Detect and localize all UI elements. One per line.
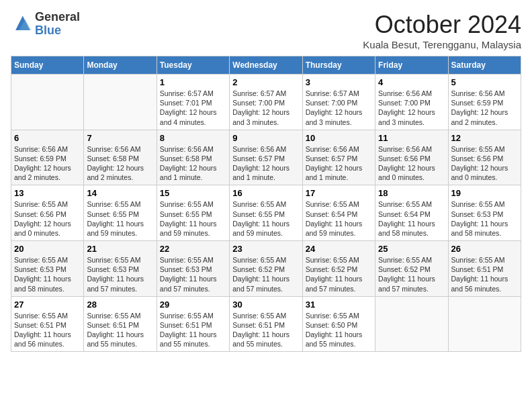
day-info: Sunrise: 6:55 AM Sunset: 6:52 PM Dayligh… — [378, 255, 445, 293]
calendar-cell: 1Sunrise: 6:57 AM Sunset: 7:01 PM Daylig… — [157, 75, 229, 130]
calendar-cell: 16Sunrise: 6:55 AM Sunset: 6:55 PM Dayli… — [230, 185, 302, 241]
calendar-cell: 13Sunrise: 6:55 AM Sunset: 6:56 PM Dayli… — [11, 185, 84, 241]
day-number: 22 — [160, 244, 226, 254]
day-header-sunday: Sunday — [11, 56, 84, 75]
day-info: Sunrise: 6:55 AM Sunset: 6:52 PM Dayligh… — [232, 255, 299, 293]
day-number: 28 — [87, 300, 153, 310]
day-number: 4 — [378, 77, 445, 87]
calendar-cell: 6Sunrise: 6:56 AM Sunset: 6:59 PM Daylig… — [11, 130, 84, 185]
calendar-cell: 23Sunrise: 6:55 AM Sunset: 6:52 PM Dayli… — [230, 241, 302, 297]
day-number: 14 — [87, 188, 153, 198]
day-info: Sunrise: 6:55 AM Sunset: 6:55 PM Dayligh… — [160, 199, 226, 238]
day-info: Sunrise: 6:55 AM Sunset: 6:55 PM Dayligh… — [87, 199, 153, 238]
day-number: 27 — [14, 300, 81, 310]
day-info: Sunrise: 6:55 AM Sunset: 6:53 PM Dayligh… — [451, 199, 518, 238]
calendar-week-row: 6Sunrise: 6:56 AM Sunset: 6:59 PM Daylig… — [11, 130, 521, 185]
calendar-table: SundayMondayTuesdayWednesdayThursdayFrid… — [11, 56, 521, 352]
calendar-week-row: 1Sunrise: 6:57 AM Sunset: 7:01 PM Daylig… — [11, 75, 521, 130]
day-number: 6 — [14, 133, 81, 143]
day-number: 2 — [232, 77, 299, 87]
calendar-cell: 12Sunrise: 6:55 AM Sunset: 6:56 PM Dayli… — [448, 130, 521, 185]
calendar-cell: 24Sunrise: 6:55 AM Sunset: 6:52 PM Dayli… — [302, 241, 375, 297]
calendar-cell: 25Sunrise: 6:55 AM Sunset: 6:52 PM Dayli… — [375, 241, 448, 297]
day-info: Sunrise: 6:55 AM Sunset: 6:54 PM Dayligh… — [306, 199, 372, 238]
day-header-friday: Friday — [375, 56, 448, 75]
day-number: 20 — [14, 244, 81, 254]
calendar-cell: 2Sunrise: 6:57 AM Sunset: 7:00 PM Daylig… — [230, 75, 302, 130]
logo: General Blue — [11, 11, 80, 38]
day-number: 7 — [87, 133, 153, 143]
calendar-cell: 28Sunrise: 6:55 AM Sunset: 6:51 PM Dayli… — [84, 296, 157, 352]
day-number: 16 — [232, 188, 299, 198]
day-number: 23 — [232, 244, 299, 254]
calendar-week-row: 27Sunrise: 6:55 AM Sunset: 6:51 PM Dayli… — [11, 296, 521, 352]
calendar-cell: 9Sunrise: 6:56 AM Sunset: 6:57 PM Daylig… — [230, 130, 302, 185]
day-info: Sunrise: 6:55 AM Sunset: 6:51 PM Dayligh… — [14, 311, 81, 349]
day-info: Sunrise: 6:55 AM Sunset: 6:55 PM Dayligh… — [232, 199, 299, 238]
day-info: Sunrise: 6:56 AM Sunset: 6:59 PM Dayligh… — [451, 89, 518, 127]
logo-blue-text: Blue — [35, 24, 61, 37]
calendar-week-row: 20Sunrise: 6:55 AM Sunset: 6:53 PM Dayli… — [11, 241, 521, 297]
calendar-cell: 17Sunrise: 6:55 AM Sunset: 6:54 PM Dayli… — [302, 185, 375, 241]
day-info: Sunrise: 6:56 AM Sunset: 6:57 PM Dayligh… — [232, 144, 299, 183]
location-title: Kuala Besut, Terengganu, Malaysia — [363, 39, 521, 50]
day-number: 25 — [378, 244, 445, 254]
day-number: 31 — [306, 300, 372, 310]
page-header: General Blue October 2024 Kuala Besut, T… — [11, 11, 521, 50]
day-number: 11 — [378, 133, 445, 143]
calendar-cell: 21Sunrise: 6:55 AM Sunset: 6:53 PM Dayli… — [84, 241, 157, 297]
calendar-cell: 14Sunrise: 6:55 AM Sunset: 6:55 PM Dayli… — [84, 185, 157, 241]
day-number: 19 — [451, 188, 518, 198]
day-info: Sunrise: 6:55 AM Sunset: 6:51 PM Dayligh… — [451, 255, 518, 293]
calendar-cell — [84, 75, 157, 130]
day-info: Sunrise: 6:55 AM Sunset: 6:50 PM Dayligh… — [306, 311, 372, 349]
logo-icon — [11, 13, 32, 35]
day-header-thursday: Thursday — [302, 56, 375, 75]
calendar-cell: 20Sunrise: 6:55 AM Sunset: 6:53 PM Dayli… — [11, 241, 84, 297]
day-number: 15 — [160, 188, 226, 198]
day-info: Sunrise: 6:56 AM Sunset: 6:58 PM Dayligh… — [160, 144, 226, 183]
day-number: 26 — [451, 244, 518, 254]
day-info: Sunrise: 6:57 AM Sunset: 7:01 PM Dayligh… — [160, 89, 226, 127]
day-number: 12 — [451, 133, 518, 143]
calendar-week-row: 13Sunrise: 6:55 AM Sunset: 6:56 PM Dayli… — [11, 185, 521, 241]
month-title: October 2024 — [363, 11, 521, 39]
day-info: Sunrise: 6:55 AM Sunset: 6:53 PM Dayligh… — [87, 255, 153, 293]
day-info: Sunrise: 6:56 AM Sunset: 7:00 PM Dayligh… — [378, 89, 445, 127]
calendar-cell: 22Sunrise: 6:55 AM Sunset: 6:53 PM Dayli… — [157, 241, 229, 297]
day-info: Sunrise: 6:56 AM Sunset: 6:59 PM Dayligh… — [14, 144, 81, 183]
calendar-cell: 3Sunrise: 6:57 AM Sunset: 7:00 PM Daylig… — [302, 75, 375, 130]
calendar-cell: 10Sunrise: 6:56 AM Sunset: 6:57 PM Dayli… — [302, 130, 375, 185]
day-number: 1 — [160, 77, 226, 87]
calendar-cell: 31Sunrise: 6:55 AM Sunset: 6:50 PM Dayli… — [302, 296, 375, 352]
calendar-cell: 11Sunrise: 6:56 AM Sunset: 6:56 PM Dayli… — [375, 130, 448, 185]
logo-text: General Blue — [35, 11, 80, 38]
day-info: Sunrise: 6:56 AM Sunset: 6:57 PM Dayligh… — [306, 144, 372, 183]
calendar-cell: 26Sunrise: 6:55 AM Sunset: 6:51 PM Dayli… — [448, 241, 521, 297]
day-info: Sunrise: 6:55 AM Sunset: 6:56 PM Dayligh… — [14, 199, 81, 238]
day-info: Sunrise: 6:55 AM Sunset: 6:53 PM Dayligh… — [160, 255, 226, 293]
calendar-cell: 4Sunrise: 6:56 AM Sunset: 7:00 PM Daylig… — [375, 75, 448, 130]
calendar-cell: 27Sunrise: 6:55 AM Sunset: 6:51 PM Dayli… — [11, 296, 84, 352]
day-header-monday: Monday — [84, 56, 157, 75]
day-info: Sunrise: 6:55 AM Sunset: 6:52 PM Dayligh… — [306, 255, 372, 293]
calendar-cell — [11, 75, 84, 130]
day-number: 18 — [378, 188, 445, 198]
day-header-saturday: Saturday — [448, 56, 521, 75]
calendar-cell: 7Sunrise: 6:56 AM Sunset: 6:58 PM Daylig… — [84, 130, 157, 185]
calendar-cell — [448, 296, 521, 352]
calendar-cell: 19Sunrise: 6:55 AM Sunset: 6:53 PM Dayli… — [448, 185, 521, 241]
day-info: Sunrise: 6:55 AM Sunset: 6:51 PM Dayligh… — [232, 311, 299, 349]
day-info: Sunrise: 6:55 AM Sunset: 6:53 PM Dayligh… — [14, 255, 81, 293]
calendar-cell: 18Sunrise: 6:55 AM Sunset: 6:54 PM Dayli… — [375, 185, 448, 241]
title-area: October 2024 Kuala Besut, Terengganu, Ma… — [363, 11, 521, 50]
day-info: Sunrise: 6:55 AM Sunset: 6:51 PM Dayligh… — [160, 311, 226, 349]
day-info: Sunrise: 6:57 AM Sunset: 7:00 PM Dayligh… — [232, 89, 299, 127]
day-number: 21 — [87, 244, 153, 254]
day-info: Sunrise: 6:55 AM Sunset: 6:54 PM Dayligh… — [378, 199, 445, 238]
day-info: Sunrise: 6:55 AM Sunset: 6:56 PM Dayligh… — [451, 144, 518, 183]
day-number: 13 — [14, 188, 81, 198]
day-number: 5 — [451, 77, 518, 87]
day-number: 24 — [306, 244, 372, 254]
day-number: 29 — [160, 300, 226, 310]
